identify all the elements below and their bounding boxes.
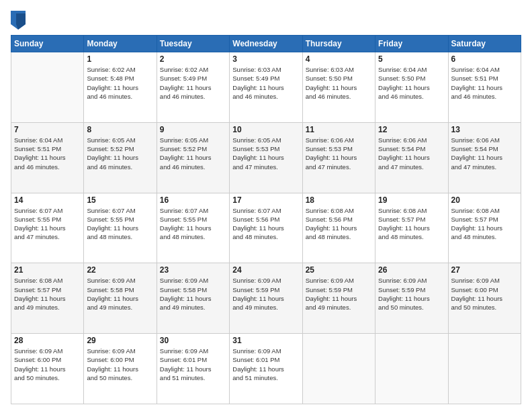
- day-info: Sunrise: 6:05 AM Sunset: 5:52 PM Dayligh…: [87, 136, 153, 171]
- day-info: Sunrise: 6:07 AM Sunset: 5:55 PM Dayligh…: [160, 206, 226, 242]
- day-info: Sunrise: 6:06 AM Sunset: 5:54 PM Dayligh…: [451, 136, 518, 171]
- day-info: Sunrise: 6:08 AM Sunset: 5:57 PM Dayligh…: [451, 206, 518, 242]
- day-info: Sunrise: 6:04 AM Sunset: 5:51 PM Dayligh…: [14, 136, 81, 171]
- calendar-cell: 30Sunrise: 6:09 AM Sunset: 6:01 PM Dayli…: [157, 334, 229, 404]
- day-number: 2: [160, 54, 226, 64]
- day-info: Sunrise: 6:04 AM Sunset: 5:50 PM Dayligh…: [378, 65, 445, 101]
- column-header-thursday: Thursday: [302, 36, 375, 52]
- column-header-tuesday: Tuesday: [157, 36, 229, 52]
- calendar-cell: 9Sunrise: 6:05 AM Sunset: 5:52 PM Daylig…: [157, 122, 229, 193]
- week-row-2: 7Sunrise: 6:04 AM Sunset: 5:51 PM Daylig…: [11, 122, 521, 193]
- header: [11, 11, 521, 30]
- day-info: Sunrise: 6:09 AM Sunset: 5:59 PM Dayligh…: [378, 276, 445, 312]
- column-header-monday: Monday: [84, 36, 157, 52]
- day-info: Sunrise: 6:09 AM Sunset: 5:59 PM Dayligh…: [306, 276, 372, 312]
- day-number: 22: [87, 265, 153, 275]
- column-header-friday: Friday: [375, 36, 448, 52]
- calendar-cell: 3Sunrise: 6:03 AM Sunset: 5:49 PM Daylig…: [230, 52, 302, 123]
- calendar-cell: 16Sunrise: 6:07 AM Sunset: 5:55 PM Dayli…: [157, 193, 229, 263]
- calendar-cell: [11, 52, 84, 123]
- day-info: Sunrise: 6:02 AM Sunset: 5:48 PM Dayligh…: [87, 65, 153, 101]
- day-number: 13: [451, 125, 518, 134]
- day-number: 27: [451, 265, 518, 275]
- day-number: 6: [451, 54, 518, 64]
- calendar-cell: 15Sunrise: 6:07 AM Sunset: 5:55 PM Dayli…: [84, 193, 157, 263]
- calendar-cell: 14Sunrise: 6:07 AM Sunset: 5:55 PM Dayli…: [11, 193, 84, 263]
- day-number: 28: [14, 336, 81, 345]
- day-info: Sunrise: 6:07 AM Sunset: 5:55 PM Dayligh…: [14, 206, 81, 242]
- week-row-5: 28Sunrise: 6:09 AM Sunset: 6:00 PM Dayli…: [11, 334, 521, 404]
- day-info: Sunrise: 6:07 AM Sunset: 5:55 PM Dayligh…: [87, 206, 153, 242]
- day-info: Sunrise: 6:09 AM Sunset: 5:58 PM Dayligh…: [160, 276, 226, 312]
- day-number: 11: [306, 125, 372, 134]
- day-info: Sunrise: 6:03 AM Sunset: 5:49 PM Dayligh…: [232, 65, 299, 101]
- calendar-cell: 12Sunrise: 6:06 AM Sunset: 5:54 PM Dayli…: [375, 122, 448, 193]
- week-row-3: 14Sunrise: 6:07 AM Sunset: 5:55 PM Dayli…: [11, 193, 521, 263]
- logo-icon: [11, 11, 26, 30]
- day-number: 7: [14, 125, 81, 134]
- day-number: 15: [87, 195, 153, 205]
- day-number: 18: [306, 195, 372, 205]
- day-number: 23: [160, 265, 226, 275]
- calendar-cell: 22Sunrise: 6:09 AM Sunset: 5:58 PM Dayli…: [84, 263, 157, 334]
- day-number: 25: [306, 265, 372, 275]
- calendar-cell: 20Sunrise: 6:08 AM Sunset: 5:57 PM Dayli…: [448, 193, 521, 263]
- column-header-wednesday: Wednesday: [230, 36, 302, 52]
- day-info: Sunrise: 6:05 AM Sunset: 5:53 PM Dayligh…: [232, 136, 299, 171]
- day-info: Sunrise: 6:05 AM Sunset: 5:52 PM Dayligh…: [160, 136, 226, 171]
- calendar-cell: 25Sunrise: 6:09 AM Sunset: 5:59 PM Dayli…: [302, 263, 375, 334]
- day-number: 29: [87, 336, 153, 345]
- day-info: Sunrise: 6:06 AM Sunset: 5:53 PM Dayligh…: [306, 136, 372, 171]
- day-info: Sunrise: 6:06 AM Sunset: 5:54 PM Dayligh…: [378, 136, 445, 171]
- calendar-cell: 7Sunrise: 6:04 AM Sunset: 5:51 PM Daylig…: [11, 122, 84, 193]
- calendar-cell: 4Sunrise: 6:03 AM Sunset: 5:50 PM Daylig…: [302, 52, 375, 123]
- calendar-cell: [302, 334, 375, 404]
- day-info: Sunrise: 6:02 AM Sunset: 5:49 PM Dayligh…: [160, 65, 226, 101]
- calendar-cell: [375, 334, 448, 404]
- day-info: Sunrise: 6:03 AM Sunset: 5:50 PM Dayligh…: [306, 65, 372, 101]
- calendar-cell: 2Sunrise: 6:02 AM Sunset: 5:49 PM Daylig…: [157, 52, 229, 123]
- day-info: Sunrise: 6:09 AM Sunset: 6:00 PM Dayligh…: [14, 347, 81, 382]
- calendar-cell: 28Sunrise: 6:09 AM Sunset: 6:00 PM Dayli…: [11, 334, 84, 404]
- calendar-cell: 6Sunrise: 6:04 AM Sunset: 5:51 PM Daylig…: [448, 52, 521, 123]
- week-row-1: 1Sunrise: 6:02 AM Sunset: 5:48 PM Daylig…: [11, 52, 521, 123]
- day-number: 4: [306, 54, 372, 64]
- day-info: Sunrise: 6:09 AM Sunset: 6:00 PM Dayligh…: [87, 347, 153, 382]
- day-number: 1: [87, 54, 153, 64]
- calendar-cell: 23Sunrise: 6:09 AM Sunset: 5:58 PM Dayli…: [157, 263, 229, 334]
- day-number: 12: [378, 125, 445, 134]
- day-number: 17: [232, 195, 299, 205]
- day-info: Sunrise: 6:04 AM Sunset: 5:51 PM Dayligh…: [451, 65, 518, 101]
- calendar-cell: 19Sunrise: 6:08 AM Sunset: 5:57 PM Dayli…: [375, 193, 448, 263]
- calendar-cell: 29Sunrise: 6:09 AM Sunset: 6:00 PM Dayli…: [84, 334, 157, 404]
- calendar-cell: 1Sunrise: 6:02 AM Sunset: 5:48 PM Daylig…: [84, 52, 157, 123]
- calendar-cell: 21Sunrise: 6:08 AM Sunset: 5:57 PM Dayli…: [11, 263, 84, 334]
- calendar: SundayMondayTuesdayWednesdayThursdayFrid…: [11, 35, 521, 404]
- day-info: Sunrise: 6:09 AM Sunset: 6:01 PM Dayligh…: [160, 347, 226, 382]
- day-info: Sunrise: 6:07 AM Sunset: 5:56 PM Dayligh…: [232, 206, 299, 242]
- calendar-cell: 18Sunrise: 6:08 AM Sunset: 5:56 PM Dayli…: [302, 193, 375, 263]
- calendar-cell: 10Sunrise: 6:05 AM Sunset: 5:53 PM Dayli…: [230, 122, 302, 193]
- calendar-cell: 27Sunrise: 6:09 AM Sunset: 6:00 PM Dayli…: [448, 263, 521, 334]
- day-info: Sunrise: 6:09 AM Sunset: 5:58 PM Dayligh…: [87, 276, 153, 312]
- day-number: 10: [232, 125, 299, 134]
- day-number: 19: [378, 195, 445, 205]
- svg-marker-1: [16, 13, 26, 30]
- day-number: 9: [160, 125, 226, 134]
- day-number: 5: [378, 54, 445, 64]
- calendar-cell: 31Sunrise: 6:09 AM Sunset: 6:01 PM Dayli…: [230, 334, 302, 404]
- day-number: 30: [160, 336, 226, 345]
- header-row: SundayMondayTuesdayWednesdayThursdayFrid…: [11, 36, 521, 52]
- calendar-cell: 11Sunrise: 6:06 AM Sunset: 5:53 PM Dayli…: [302, 122, 375, 193]
- day-info: Sunrise: 6:09 AM Sunset: 6:01 PM Dayligh…: [232, 347, 299, 382]
- column-header-sunday: Sunday: [11, 36, 84, 52]
- calendar-cell: [448, 334, 521, 404]
- day-number: 26: [378, 265, 445, 275]
- day-info: Sunrise: 6:08 AM Sunset: 5:57 PM Dayligh…: [14, 276, 81, 312]
- day-number: 14: [14, 195, 81, 205]
- calendar-cell: 5Sunrise: 6:04 AM Sunset: 5:50 PM Daylig…: [375, 52, 448, 123]
- calendar-cell: 17Sunrise: 6:07 AM Sunset: 5:56 PM Dayli…: [230, 193, 302, 263]
- day-number: 8: [87, 125, 153, 134]
- day-number: 24: [232, 265, 299, 275]
- day-number: 20: [451, 195, 518, 205]
